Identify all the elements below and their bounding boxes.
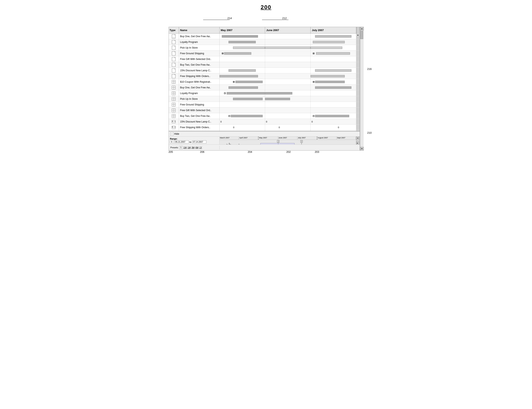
label-205: 205 xyxy=(169,150,173,153)
timeline-month: 0 xyxy=(220,125,265,130)
doc-icon xyxy=(172,40,175,44)
timeline-month xyxy=(311,39,356,45)
scroll-left-arrow[interactable]: ◄ xyxy=(356,137,359,139)
timeline-month: 0 xyxy=(265,119,311,124)
preset-1w-btn[interactable]: 1W xyxy=(183,146,187,149)
timeline-month xyxy=(311,90,356,96)
mini-month: June 2007 xyxy=(278,137,297,139)
timeline-month xyxy=(220,107,265,113)
page-title: 200 xyxy=(4,4,528,10)
timeline-month xyxy=(265,51,311,56)
row-timeline xyxy=(220,73,356,79)
row-timeline: ■ ■ xyxy=(220,113,356,119)
table-row: Loyalty Program ■ xyxy=(169,90,360,96)
timeline-month: 0 xyxy=(220,119,265,124)
table-row: Buy One, Get One Free Aw.. ▲ xyxy=(169,34,360,39)
doc-icon xyxy=(172,74,175,78)
grid-header: Type Name May 2007 June 2007 July 2007 xyxy=(169,27,360,34)
label-204: 204 xyxy=(248,150,252,153)
timeline-month xyxy=(220,96,265,102)
row-timeline: ■ xyxy=(220,90,356,96)
nav-marker-2: 2 xyxy=(277,140,279,143)
timeline-month xyxy=(265,56,311,62)
preset-3m-btn[interactable]: 3M xyxy=(192,146,195,149)
scroll-down-arrow[interactable]: ▼ xyxy=(360,147,364,150)
mini-chart: 2 3 xyxy=(220,140,356,144)
row-timeline xyxy=(220,56,356,62)
grid-icon xyxy=(172,86,175,89)
timeline-month xyxy=(265,102,311,107)
mini-month-headers: March 2007 April 2007 May 2007 June 2007… xyxy=(220,137,356,140)
scroll-thumb[interactable] xyxy=(360,31,363,39)
range-to-input[interactable] xyxy=(192,140,206,143)
grid-icon xyxy=(172,109,175,112)
table-row: Buy Two, Get One Free Aw.. ■ ■ xyxy=(169,113,360,119)
row-icon xyxy=(169,96,179,102)
scroll-right-arrow[interactable]: ► xyxy=(356,142,359,144)
row-timeline: 6 6 xyxy=(220,79,356,84)
grid-rows: Buy One, Get One Free Aw.. ▲ xyxy=(169,34,360,131)
range-num-input[interactable] xyxy=(170,140,174,143)
row-name: Buy Two, Get One Free Aw.. xyxy=(179,113,220,119)
row-icon xyxy=(169,34,179,39)
table-row: Pick Up In Store xyxy=(169,96,360,102)
row-name: Free Ground Shipping xyxy=(179,102,220,107)
row-timeline xyxy=(220,39,356,45)
row-name: Free Gift With Selected Ord.. xyxy=(179,107,220,113)
label-202: 202 xyxy=(286,150,291,153)
scroll-up-arrow[interactable]: ▲ xyxy=(360,27,364,30)
preset-1y-btn[interactable]: 1Y xyxy=(199,146,202,149)
row-icon xyxy=(169,119,179,124)
timeline-month xyxy=(265,73,311,79)
table-row: Free Gift With Selected Ord.. xyxy=(169,56,360,62)
presets-num-input[interactable] xyxy=(179,146,183,149)
row-icon xyxy=(169,62,179,67)
scroll-track xyxy=(360,30,364,147)
timeline-month xyxy=(220,62,265,67)
header-type: Type xyxy=(169,27,179,33)
timeline-month xyxy=(265,96,311,102)
row-icon xyxy=(169,51,179,56)
table-row: Pick Up In Store xyxy=(169,45,360,51)
timeline-month: 0 xyxy=(265,130,311,131)
header-month-july: July 2007 xyxy=(311,27,356,33)
preset-1m-btn[interactable]: 1M xyxy=(187,146,191,149)
row-name: Pick Up In Store xyxy=(179,45,220,50)
label-212: 212 xyxy=(282,17,287,20)
row-icon xyxy=(169,90,179,96)
timeline-month: ■ xyxy=(311,113,356,119)
grid-icon xyxy=(172,103,175,106)
timeline-month xyxy=(220,85,265,90)
preset-6m-btn[interactable]: 6M xyxy=(195,146,198,149)
grid-icon xyxy=(172,97,175,101)
row-name: Build a Better Living Room xyxy=(179,130,220,131)
row-timeline xyxy=(220,62,356,67)
range-from-input[interactable] xyxy=(174,140,189,143)
table-row: Build a Better Living Room 0 0 ▼ xyxy=(169,130,360,131)
timeline-month xyxy=(265,113,311,119)
hide-minus[interactable]: − xyxy=(170,132,174,136)
timeline-month xyxy=(220,68,265,73)
vertical-scrollbar[interactable]: ▲ ▼ xyxy=(360,27,364,150)
table-row: Loyalty Program xyxy=(169,39,360,45)
controls-row: Range: to March 2007 April 2007 xyxy=(169,137,360,145)
row-icon xyxy=(169,73,179,79)
timeline-month xyxy=(220,34,265,39)
row-icon xyxy=(169,79,179,84)
timeline-month xyxy=(265,90,311,96)
mini-month: March 2007 xyxy=(220,137,239,139)
row-timeline: 0 0 xyxy=(220,130,356,131)
header-month-june: June 2007 xyxy=(265,27,311,33)
timeline-month xyxy=(265,85,311,90)
row-name: Free Shipping With Orders.. xyxy=(179,125,220,130)
timeline-month xyxy=(311,68,356,73)
row-timeline: 0 0 0 xyxy=(220,119,356,124)
mini-month: April 2007 xyxy=(239,137,258,139)
header-month-may: May 2007 xyxy=(220,27,265,33)
row-timeline xyxy=(220,96,356,102)
timeline-month xyxy=(311,73,356,79)
mini-month: May 2007 xyxy=(258,137,278,139)
table-row: Free Ground Shipping xyxy=(169,102,360,107)
mini-month: July 2007 xyxy=(297,137,317,139)
table-row: Free Shipping With Orders.. xyxy=(169,73,360,79)
